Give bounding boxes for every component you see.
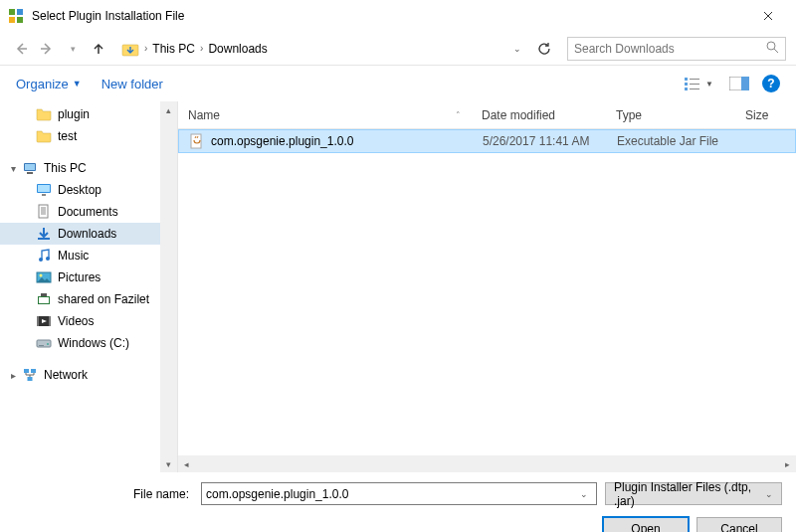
tree-item-label: Music [58, 249, 89, 263]
tree-item-desktop[interactable]: Desktop [0, 179, 177, 201]
new-folder-button[interactable]: New folder [101, 77, 163, 91]
chevron-down-icon[interactable]: ⌄ [513, 44, 521, 54]
collapse-icon[interactable]: ▾ [8, 163, 18, 174]
svg-rect-31 [49, 316, 51, 326]
svg-point-33 [47, 343, 49, 345]
svg-point-22 [39, 258, 43, 262]
tree-item-videos[interactable]: Videos [0, 310, 177, 332]
tree-item-label: Downloads [58, 227, 116, 241]
scroll-track[interactable] [160, 118, 177, 455]
tree-item-shared-on-fazilet[interactable]: shared on Fazilet [0, 288, 177, 310]
folder-icon [36, 106, 52, 122]
organize-menu[interactable]: Organize▼ [16, 77, 82, 91]
column-date-label: Date modified [482, 108, 555, 122]
tree-item-pictures[interactable]: Pictures [0, 266, 177, 288]
back-button[interactable] [10, 38, 32, 60]
svg-rect-18 [38, 185, 50, 192]
expand-icon[interactable]: ▸ [8, 370, 18, 381]
organize-label: Organize [16, 77, 69, 91]
scroll-track[interactable] [195, 455, 779, 472]
svg-rect-6 [685, 78, 688, 81]
column-date[interactable]: Date modified [472, 101, 606, 128]
chevron-down-icon: ▼ [705, 80, 713, 89]
tree-item-downloads[interactable]: Downloads [0, 223, 177, 245]
toolbar: Organize▼ New folder ▼ ? [0, 66, 796, 101]
file-type-filter[interactable]: Plugin Installer Files (.dtp, .jar) ⌄ [605, 482, 782, 505]
view-list-icon [684, 76, 703, 91]
tree-item-label: Pictures [58, 270, 100, 284]
tree-item-test[interactable]: test [0, 125, 177, 147]
tree-scrollbar[interactable]: ▴ ▾ [160, 101, 177, 472]
recent-button[interactable]: ▾ [62, 38, 84, 60]
chevron-down-icon: ⌄ [765, 489, 773, 499]
refresh-button[interactable] [533, 38, 555, 60]
file-hscrollbar[interactable]: ◂ ▸ [178, 455, 796, 472]
column-size[interactable]: Size [735, 101, 796, 128]
svg-rect-19 [42, 194, 46, 196]
tree-item-label: Videos [58, 314, 94, 328]
new-folder-label: New folder [101, 77, 163, 91]
main-area: plugintest▾This PCDesktopDocumentsDownlo… [0, 101, 796, 472]
up-button[interactable] [88, 38, 109, 60]
svg-rect-13 [741, 77, 749, 90]
filename-input[interactable] [206, 487, 576, 501]
search-box[interactable] [567, 37, 786, 61]
tree-item-network[interactable]: ▸Network [0, 364, 177, 386]
pictures-icon [36, 269, 52, 285]
breadcrumb[interactable]: › This PC › Downloads ⌄ [117, 37, 525, 61]
help-button[interactable]: ? [762, 75, 780, 92]
scroll-up-icon[interactable]: ▴ [160, 101, 177, 118]
cancel-label: Cancel [720, 522, 757, 532]
tree-item-plugin[interactable]: plugin [0, 103, 177, 125]
forward-button[interactable] [36, 38, 58, 60]
filter-label: Plugin Installer Files (.dtp, .jar) [614, 480, 765, 508]
preview-pane-icon [729, 77, 749, 90]
file-name: com.opsgenie.plugin_1.0.0 [211, 134, 353, 148]
filename-combobox[interactable]: ⌄ [201, 482, 597, 505]
sort-asc-icon: ˄ [456, 110, 461, 120]
chevron-down-icon: ▾ [71, 44, 76, 54]
tree-item-music[interactable]: Music [0, 245, 177, 266]
tree-item-label: Network [44, 368, 88, 382]
downloads-folder-icon [121, 40, 139, 58]
svg-rect-0 [9, 9, 15, 15]
column-type-label: Type [616, 108, 642, 122]
column-type[interactable]: Type [606, 101, 735, 128]
chevron-down-icon[interactable]: ⌄ [576, 489, 592, 499]
window-title: Select Plugin Installation File [32, 9, 748, 23]
svg-rect-37 [28, 377, 33, 381]
chevron-right-icon: › [197, 43, 206, 54]
preview-pane-button[interactable] [726, 73, 752, 94]
view-options-button[interactable]: ▼ [681, 73, 716, 94]
column-name[interactable]: Name˄ [178, 101, 472, 128]
chevron-right-icon: › [141, 43, 150, 54]
column-size-label: Size [745, 108, 768, 122]
column-name-label: Name [188, 108, 220, 122]
svg-rect-36 [31, 369, 36, 373]
search-input[interactable] [574, 42, 766, 56]
svg-rect-3 [17, 17, 23, 23]
column-headers[interactable]: Name˄ Date modified Type Size [178, 101, 796, 129]
svg-rect-27 [39, 297, 49, 303]
tree-item-this-pc[interactable]: ▾This PC [0, 157, 177, 179]
nav-tree[interactable]: plugintest▾This PCDesktopDocumentsDownlo… [0, 101, 177, 472]
search-icon [766, 41, 779, 57]
tree-item-label: This PC [44, 161, 87, 175]
breadcrumb-folder[interactable]: Downloads [208, 42, 267, 56]
open-button[interactable]: Open [603, 517, 689, 532]
scroll-right-icon[interactable]: ▸ [779, 455, 796, 472]
svg-rect-1 [17, 9, 23, 15]
svg-rect-16 [27, 172, 33, 174]
tree-item-windows-c-[interactable]: Windows (C:) [0, 332, 177, 354]
breadcrumb-root[interactable]: This PC [152, 42, 195, 56]
cancel-button[interactable]: Cancel [696, 517, 782, 532]
scroll-down-icon[interactable]: ▾ [160, 455, 177, 472]
tree-item-documents[interactable]: Documents [0, 201, 177, 223]
svg-rect-28 [41, 293, 47, 296]
scroll-left-icon[interactable]: ◂ [178, 455, 195, 472]
svg-rect-34 [39, 345, 44, 346]
close-button[interactable] [748, 2, 788, 30]
tree-item-label: Windows (C:) [58, 336, 129, 350]
file-row[interactable]: com.opsgenie.plugin_1.0.05/26/2017 11:41… [178, 129, 796, 153]
desktop-icon [36, 182, 52, 198]
